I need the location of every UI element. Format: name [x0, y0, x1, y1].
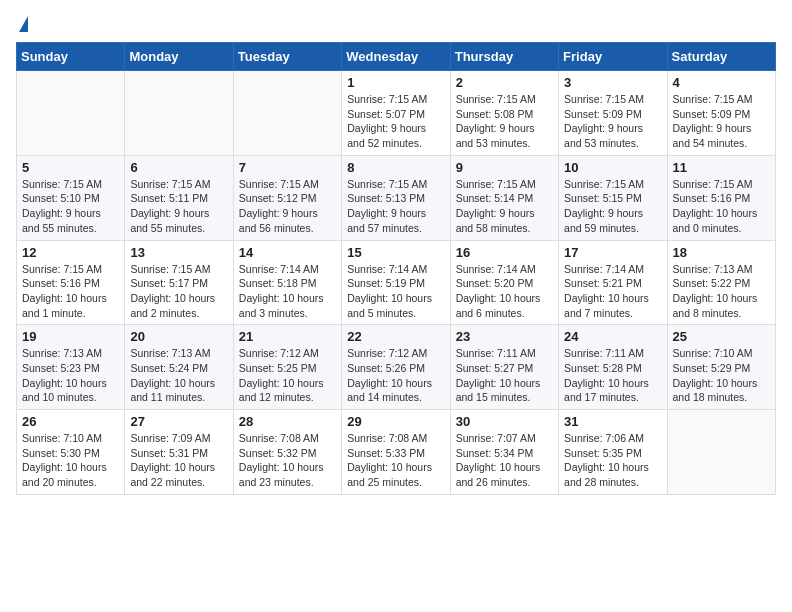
calendar-day-cell: 4Sunrise: 7:15 AMSunset: 5:09 PMDaylight… [667, 71, 775, 156]
logo-triangle-icon [19, 16, 28, 32]
day-number: 26 [22, 414, 119, 429]
day-number: 21 [239, 329, 336, 344]
day-number: 13 [130, 245, 227, 260]
day-info: Sunrise: 7:06 AMSunset: 5:35 PMDaylight:… [564, 431, 661, 490]
calendar-day-cell: 8Sunrise: 7:15 AMSunset: 5:13 PMDaylight… [342, 155, 450, 240]
calendar-day-cell: 1Sunrise: 7:15 AMSunset: 5:07 PMDaylight… [342, 71, 450, 156]
day-number: 12 [22, 245, 119, 260]
calendar-day-cell [17, 71, 125, 156]
day-info: Sunrise: 7:08 AMSunset: 5:33 PMDaylight:… [347, 431, 444, 490]
calendar-day-cell: 23Sunrise: 7:11 AMSunset: 5:27 PMDayligh… [450, 325, 558, 410]
day-info: Sunrise: 7:15 AMSunset: 5:13 PMDaylight:… [347, 177, 444, 236]
day-info: Sunrise: 7:15 AMSunset: 5:07 PMDaylight:… [347, 92, 444, 151]
day-info: Sunrise: 7:14 AMSunset: 5:20 PMDaylight:… [456, 262, 553, 321]
calendar-day-cell: 31Sunrise: 7:06 AMSunset: 5:35 PMDayligh… [559, 410, 667, 495]
day-info: Sunrise: 7:09 AMSunset: 5:31 PMDaylight:… [130, 431, 227, 490]
day-number: 3 [564, 75, 661, 90]
calendar-day-cell: 13Sunrise: 7:15 AMSunset: 5:17 PMDayligh… [125, 240, 233, 325]
day-info: Sunrise: 7:15 AMSunset: 5:09 PMDaylight:… [673, 92, 770, 151]
day-number: 9 [456, 160, 553, 175]
calendar-week-row: 5Sunrise: 7:15 AMSunset: 5:10 PMDaylight… [17, 155, 776, 240]
calendar-day-cell: 17Sunrise: 7:14 AMSunset: 5:21 PMDayligh… [559, 240, 667, 325]
day-info: Sunrise: 7:13 AMSunset: 5:24 PMDaylight:… [130, 346, 227, 405]
day-info: Sunrise: 7:11 AMSunset: 5:28 PMDaylight:… [564, 346, 661, 405]
day-number: 8 [347, 160, 444, 175]
calendar-day-header: Friday [559, 43, 667, 71]
day-number: 22 [347, 329, 444, 344]
calendar-day-cell: 28Sunrise: 7:08 AMSunset: 5:32 PMDayligh… [233, 410, 341, 495]
calendar-day-cell: 22Sunrise: 7:12 AMSunset: 5:26 PMDayligh… [342, 325, 450, 410]
day-number: 19 [22, 329, 119, 344]
calendar-day-cell: 27Sunrise: 7:09 AMSunset: 5:31 PMDayligh… [125, 410, 233, 495]
day-number: 20 [130, 329, 227, 344]
calendar-day-cell: 26Sunrise: 7:10 AMSunset: 5:30 PMDayligh… [17, 410, 125, 495]
calendar-day-cell: 3Sunrise: 7:15 AMSunset: 5:09 PMDaylight… [559, 71, 667, 156]
day-number: 1 [347, 75, 444, 90]
day-number: 2 [456, 75, 553, 90]
day-info: Sunrise: 7:08 AMSunset: 5:32 PMDaylight:… [239, 431, 336, 490]
day-number: 28 [239, 414, 336, 429]
calendar-day-cell: 10Sunrise: 7:15 AMSunset: 5:15 PMDayligh… [559, 155, 667, 240]
day-info: Sunrise: 7:15 AMSunset: 5:10 PMDaylight:… [22, 177, 119, 236]
calendar-day-cell: 16Sunrise: 7:14 AMSunset: 5:20 PMDayligh… [450, 240, 558, 325]
day-number: 4 [673, 75, 770, 90]
calendar-table: SundayMondayTuesdayWednesdayThursdayFrid… [16, 42, 776, 495]
day-number: 11 [673, 160, 770, 175]
day-info: Sunrise: 7:10 AMSunset: 5:30 PMDaylight:… [22, 431, 119, 490]
day-info: Sunrise: 7:15 AMSunset: 5:14 PMDaylight:… [456, 177, 553, 236]
calendar-day-cell: 18Sunrise: 7:13 AMSunset: 5:22 PMDayligh… [667, 240, 775, 325]
calendar-day-cell [233, 71, 341, 156]
day-number: 27 [130, 414, 227, 429]
calendar-day-cell: 2Sunrise: 7:15 AMSunset: 5:08 PMDaylight… [450, 71, 558, 156]
calendar-day-header: Saturday [667, 43, 775, 71]
calendar-day-cell: 15Sunrise: 7:14 AMSunset: 5:19 PMDayligh… [342, 240, 450, 325]
calendar-day-cell: 5Sunrise: 7:15 AMSunset: 5:10 PMDaylight… [17, 155, 125, 240]
day-info: Sunrise: 7:15 AMSunset: 5:12 PMDaylight:… [239, 177, 336, 236]
day-info: Sunrise: 7:13 AMSunset: 5:22 PMDaylight:… [673, 262, 770, 321]
day-number: 25 [673, 329, 770, 344]
day-info: Sunrise: 7:15 AMSunset: 5:15 PMDaylight:… [564, 177, 661, 236]
day-number: 18 [673, 245, 770, 260]
calendar-day-cell: 14Sunrise: 7:14 AMSunset: 5:18 PMDayligh… [233, 240, 341, 325]
calendar-day-cell: 25Sunrise: 7:10 AMSunset: 5:29 PMDayligh… [667, 325, 775, 410]
calendar-day-cell: 11Sunrise: 7:15 AMSunset: 5:16 PMDayligh… [667, 155, 775, 240]
calendar-day-cell: 12Sunrise: 7:15 AMSunset: 5:16 PMDayligh… [17, 240, 125, 325]
calendar-week-row: 1Sunrise: 7:15 AMSunset: 5:07 PMDaylight… [17, 71, 776, 156]
day-number: 15 [347, 245, 444, 260]
calendar-header-row: SundayMondayTuesdayWednesdayThursdayFrid… [17, 43, 776, 71]
day-info: Sunrise: 7:14 AMSunset: 5:18 PMDaylight:… [239, 262, 336, 321]
day-info: Sunrise: 7:07 AMSunset: 5:34 PMDaylight:… [456, 431, 553, 490]
day-info: Sunrise: 7:12 AMSunset: 5:25 PMDaylight:… [239, 346, 336, 405]
calendar-day-cell: 20Sunrise: 7:13 AMSunset: 5:24 PMDayligh… [125, 325, 233, 410]
calendar-day-cell: 21Sunrise: 7:12 AMSunset: 5:25 PMDayligh… [233, 325, 341, 410]
day-number: 30 [456, 414, 553, 429]
day-info: Sunrise: 7:14 AMSunset: 5:19 PMDaylight:… [347, 262, 444, 321]
day-number: 31 [564, 414, 661, 429]
calendar-week-row: 12Sunrise: 7:15 AMSunset: 5:16 PMDayligh… [17, 240, 776, 325]
calendar-day-cell: 19Sunrise: 7:13 AMSunset: 5:23 PMDayligh… [17, 325, 125, 410]
day-info: Sunrise: 7:13 AMSunset: 5:23 PMDaylight:… [22, 346, 119, 405]
day-info: Sunrise: 7:12 AMSunset: 5:26 PMDaylight:… [347, 346, 444, 405]
calendar-day-header: Monday [125, 43, 233, 71]
calendar-day-cell: 24Sunrise: 7:11 AMSunset: 5:28 PMDayligh… [559, 325, 667, 410]
calendar-day-header: Sunday [17, 43, 125, 71]
day-number: 24 [564, 329, 661, 344]
day-number: 14 [239, 245, 336, 260]
day-number: 5 [22, 160, 119, 175]
calendar-week-row: 19Sunrise: 7:13 AMSunset: 5:23 PMDayligh… [17, 325, 776, 410]
page-header [16, 16, 776, 34]
day-info: Sunrise: 7:11 AMSunset: 5:27 PMDaylight:… [456, 346, 553, 405]
day-number: 10 [564, 160, 661, 175]
day-info: Sunrise: 7:15 AMSunset: 5:16 PMDaylight:… [673, 177, 770, 236]
calendar-week-row: 26Sunrise: 7:10 AMSunset: 5:30 PMDayligh… [17, 410, 776, 495]
day-number: 23 [456, 329, 553, 344]
day-info: Sunrise: 7:14 AMSunset: 5:21 PMDaylight:… [564, 262, 661, 321]
calendar-day-cell: 6Sunrise: 7:15 AMSunset: 5:11 PMDaylight… [125, 155, 233, 240]
day-number: 6 [130, 160, 227, 175]
day-info: Sunrise: 7:15 AMSunset: 5:09 PMDaylight:… [564, 92, 661, 151]
calendar-day-cell: 30Sunrise: 7:07 AMSunset: 5:34 PMDayligh… [450, 410, 558, 495]
day-number: 29 [347, 414, 444, 429]
day-info: Sunrise: 7:10 AMSunset: 5:29 PMDaylight:… [673, 346, 770, 405]
calendar-day-header: Thursday [450, 43, 558, 71]
day-info: Sunrise: 7:15 AMSunset: 5:11 PMDaylight:… [130, 177, 227, 236]
